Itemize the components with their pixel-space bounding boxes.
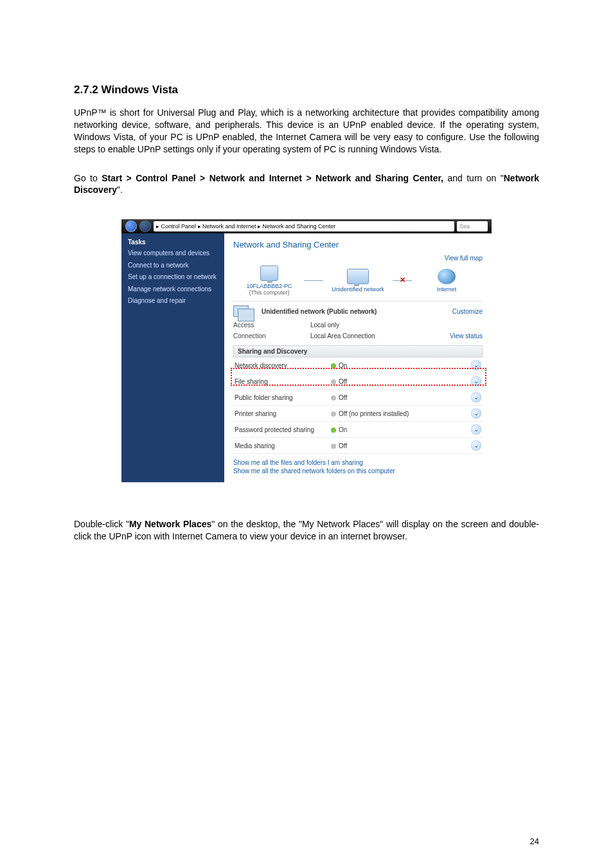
access-value: Local only [310,321,483,329]
chevron-down-icon[interactable]: ⌄ [471,392,481,402]
chevron-down-icon[interactable]: ⌄ [471,424,481,435]
unidentified-network-label: Unidentified network (Public network) [262,308,377,315]
node-unidentified: Unidentified network [326,269,390,293]
chevron-down-icon[interactable]: ⌄ [471,408,481,419]
node-this-pc: 10FLABBBB2-PC (This computer) [237,266,301,296]
nav-path: Start > Control Panel > Network and Inte… [102,173,443,183]
sharing-value: Off [331,378,471,385]
access-label: Access [233,321,310,329]
pc-name: 10FLABBBB2-PC [237,283,301,289]
show-files-link[interactable]: Show me all the files and folders I am s… [233,459,483,466]
intro-paragraph: UPnP™ is short for Universal Plug and Pl… [74,107,539,156]
sharing-row: Password protected sharingOn⌄ [233,422,483,438]
text-fragment: Go to [74,173,102,183]
globe-icon [438,269,456,284]
breadcrumb-text: ▸ Control Panel ▸ Network and Internet ▸… [156,223,335,230]
sharing-name: Media sharing [235,442,331,449]
screenshot-container: ▸ Control Panel ▸ Network and Internet ▸… [121,210,492,482]
sharing-row: File sharingOff⌄ [233,374,483,390]
sharing-value: On [331,362,471,369]
search-placeholder: Sea [459,223,470,230]
internet-name: Internet [414,286,479,293]
sharing-row: Media sharingOff⌄ [233,438,483,454]
network-map: 10FLABBBB2-PC (This computer) Unidentifi… [233,262,483,301]
sharing-name: Network discovery [235,362,331,369]
view-full-map-link[interactable]: View full map [445,255,483,262]
connection-row: Connection Local Area Connection View st… [233,330,483,341]
sharing-discovery-label: Sharing and Discovery [238,348,307,355]
main-panel: Network and Sharing Center View full map… [224,233,492,482]
status-dot-icon [331,444,336,449]
back-button[interactable] [125,221,137,232]
tasks-header: Tasks [128,239,218,246]
text-fragment: Double-click " [74,519,129,529]
text-fragment: ". [117,185,123,195]
my-network-places-term: My Network Places [129,519,211,529]
chevron-down-icon[interactable]: ⌄ [471,376,481,386]
search-box[interactable]: Sea [457,221,488,231]
task-connect-network[interactable]: Connect to a network [128,262,218,270]
sharing-value: On [331,426,471,433]
pc-sublabel: (This computer) [237,289,301,296]
sharing-row: Printer sharingOff (no printers installe… [233,406,483,422]
chevron-down-icon[interactable]: ⌄ [471,360,481,370]
breadcrumb[interactable]: ▸ Control Panel ▸ Network and Internet ▸… [154,221,454,231]
unidentified-network-row: Unidentified network (Public network) Cu… [233,301,483,320]
status-dot-icon [331,363,336,368]
access-row: Access Local only [233,320,483,330]
network-icon [347,269,369,284]
unidentified-name: Unidentified network [326,286,390,293]
page-title: Network and Sharing Center [233,240,483,249]
page-number: 24 [530,836,539,846]
sharing-row: Public folder sharingOff⌄ [233,390,483,406]
task-view-computers[interactable]: View computers and devices [128,249,218,258]
chevron-down-icon[interactable]: ⌄ [471,440,481,451]
show-network-folders-link[interactable]: Show me all the shared network folders o… [233,467,483,475]
show-me-links: Show me all the files and folders I am s… [233,459,483,475]
sharing-discovery-header: Sharing and Discovery [233,345,483,357]
status-dot-icon [331,428,336,433]
node-internet: Internet [414,269,479,293]
sharing-row: Network discoveryOn⌄ [233,357,483,374]
status-dot-icon [331,395,336,401]
explorer-address-bar: ▸ Control Panel ▸ Network and Internet ▸… [121,219,492,233]
sharing-value: Off (no printers installed) [331,410,471,417]
connection-value: Local Area Connection [310,332,450,339]
text-fragment: and turn on " [443,173,504,183]
computer-icon [260,266,278,281]
status-dot-icon [331,411,336,417]
section-heading: 2.7.2 Windows Vista [74,84,539,96]
sharing-name: Printer sharing [235,410,331,417]
sharing-name: Public folder sharing [235,394,331,401]
task-manage-connections[interactable]: Manage network connections [128,285,218,294]
task-setup-connection[interactable]: Set up a connection or network [128,273,218,282]
sharing-name: File sharing [235,378,331,385]
instruction-paragraph: Go to Start > Control Panel > Network an… [74,172,539,197]
tasks-sidebar: Tasks View computers and devices Connect… [121,233,224,482]
sharing-name: Password protected sharing [235,426,331,433]
disconnected-x-icon: ✕ [400,276,405,284]
followup-paragraph: Double-click "My Network Places" on the … [74,518,539,543]
customize-link[interactable]: Customize [452,308,483,315]
status-dot-icon [331,379,336,384]
forward-button[interactable] [139,221,151,232]
view-status-link[interactable]: View status [450,332,483,339]
sharing-value: Off [331,394,471,401]
sharing-value: Off [331,442,471,449]
network-pair-icon [233,305,249,317]
task-diagnose-repair[interactable]: Diagnose and repair [128,297,218,305]
connection-label: Connection [233,332,310,339]
